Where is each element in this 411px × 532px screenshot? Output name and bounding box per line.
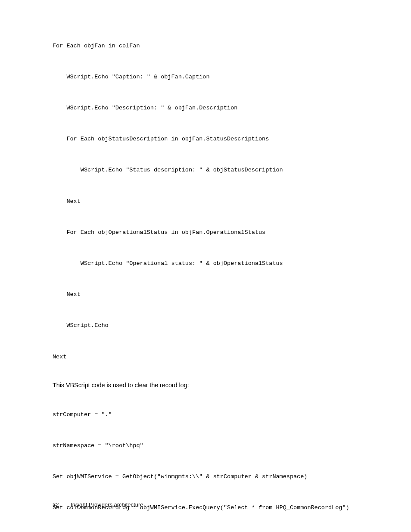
code-line: WScript.Echo [53, 322, 385, 330]
code-line: WScript.Echo "Status description: " & ob… [53, 166, 385, 174]
footer-title: Insight Providers architecture [71, 501, 143, 508]
code-line: Next [53, 353, 385, 361]
code-line: strComputer = "." [53, 411, 385, 419]
code-block-1: For Each objFan in colFan WScript.Echo "… [53, 26, 385, 377]
code-line: strNamespace = "\root\hpq" [53, 442, 385, 450]
code-line: Set objWMIService = GetObject("winmgmts:… [53, 473, 385, 481]
code-line: WScript.Echo "Caption: " & objFan.Captio… [53, 73, 385, 81]
prose-paragraph-1: This VBScript code is used to clear the … [53, 382, 385, 389]
code-line: For Each objStatusDescription in objFan.… [53, 135, 385, 143]
code-line: WScript.Echo "Description: " & objFan.De… [53, 104, 385, 112]
code-line: Next [53, 291, 385, 299]
code-line: Next [53, 198, 385, 206]
page-footer: 32 Insight Providers architecture [53, 501, 143, 508]
page-number: 32 [53, 501, 59, 508]
code-line: For Each objFan in colFan [53, 42, 385, 50]
code-line: For Each objOperationalStatus in objFan.… [53, 229, 385, 237]
code-line: WScript.Echo "Operational status: " & ob… [53, 260, 385, 268]
code-block-2: strComputer = "." strNamespace = "\root\… [53, 395, 385, 532]
